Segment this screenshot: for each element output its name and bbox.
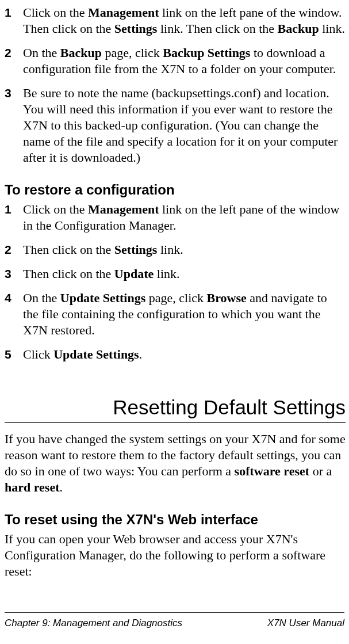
step-text: Then click on the Settings link. bbox=[23, 242, 346, 258]
list-item: 1Click on the Management link on the lef… bbox=[5, 201, 346, 234]
step-text: Click Update Settings. bbox=[23, 346, 346, 363]
list-item: 4On the Update Settings page, click Brow… bbox=[5, 290, 346, 338]
step-text: Click on the Management link on the left… bbox=[23, 201, 346, 234]
step-number: 1 bbox=[5, 5, 23, 21]
step-number: 3 bbox=[5, 85, 23, 101]
page-footer: Chapter 9: Management and Diagnostics X7… bbox=[5, 612, 344, 629]
step-number: 5 bbox=[5, 346, 23, 363]
step-number: 2 bbox=[5, 242, 23, 258]
subheading-web-reset: To reset using the X7N's Web interface bbox=[5, 512, 346, 528]
step-text: Click on the Management link on the left… bbox=[23, 5, 346, 37]
step-number: 2 bbox=[5, 45, 23, 61]
step-number: 4 bbox=[5, 290, 23, 306]
footer-manual: X7N User Manual bbox=[267, 618, 344, 629]
page-content: 1Click on the Management link on the lef… bbox=[5, 5, 346, 580]
list-item: 1Click on the Management link on the lef… bbox=[5, 5, 346, 37]
ordered-list-b: 1Click on the Management link on the lef… bbox=[5, 201, 346, 363]
section-title: Resetting Default Settings bbox=[5, 396, 346, 422]
footer-chapter: Chapter 9: Management and Diagnostics bbox=[5, 618, 182, 629]
list-item: 2On the Backup page, click Backup Settin… bbox=[5, 45, 346, 77]
list-item: 2Then click on the Settings link. bbox=[5, 242, 346, 258]
ordered-list-a: 1Click on the Management link on the lef… bbox=[5, 5, 346, 166]
list-item: 5Click Update Settings. bbox=[5, 346, 346, 363]
step-text: On the Backup page, click Backup Setting… bbox=[23, 45, 346, 77]
paragraph-web-reset: If you can open your Web browser and acc… bbox=[5, 531, 346, 580]
subheading-restore: To restore a configuration bbox=[5, 182, 346, 198]
section-rule bbox=[5, 422, 346, 423]
step-text: Then click on the Update link. bbox=[23, 266, 346, 282]
step-text: Be sure to note the name (backupsettings… bbox=[23, 85, 346, 166]
paragraph-reset-intro: If you have changed the system settings … bbox=[5, 431, 346, 496]
list-item: 3Then click on the Update link. bbox=[5, 266, 346, 282]
step-text: On the Update Settings page, click Brows… bbox=[23, 290, 346, 338]
step-number: 1 bbox=[5, 201, 23, 218]
footer-rule bbox=[5, 612, 344, 613]
step-number: 3 bbox=[5, 266, 23, 282]
list-item: 3Be sure to note the name (backupsetting… bbox=[5, 85, 346, 166]
